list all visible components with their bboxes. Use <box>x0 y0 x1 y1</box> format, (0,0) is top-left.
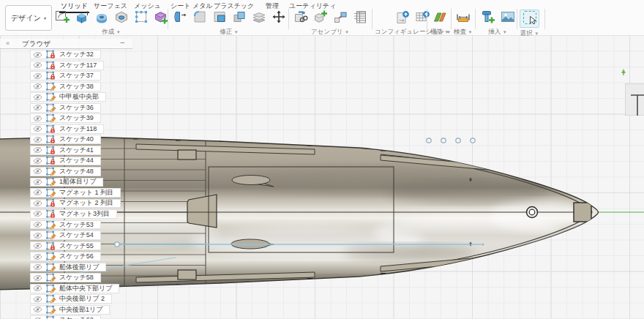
configure-table-button[interactable] <box>413 10 432 26</box>
visibility-eye-icon[interactable] <box>33 168 42 175</box>
shell-button[interactable] <box>210 10 228 26</box>
browser-minimize-button[interactable]: − <box>120 38 124 47</box>
visibility-eye-icon[interactable] <box>33 306 42 313</box>
sketch-edit-icon <box>46 263 56 272</box>
bom-button[interactable] <box>351 10 369 26</box>
viewcube-partial[interactable] <box>625 83 644 116</box>
browser-item-row[interactable]: マグネット 1 列目 <box>30 188 121 198</box>
bow-block[interactable] <box>574 203 591 222</box>
browser-item-row[interactable]: スケッチ56 <box>30 252 101 261</box>
visibility-eye-icon[interactable] <box>33 263 42 271</box>
sketch-edit-icon <box>46 188 56 198</box>
browser-item-row[interactable]: スケッチ36 <box>30 103 101 113</box>
browser-item-row[interactable]: スケッチ40 <box>30 135 101 144</box>
browser-item-label: スケッチ117 <box>59 61 97 70</box>
browser-item-row[interactable]: スケッチ58 <box>30 273 101 282</box>
visibility-eye-icon[interactable] <box>33 72 42 80</box>
press-pull-button[interactable] <box>171 10 189 26</box>
visibility-eye-icon[interactable] <box>33 210 42 217</box>
bow-ring[interactable] <box>527 207 538 218</box>
visibility-eye-icon[interactable] <box>33 136 42 143</box>
select-button[interactable] <box>520 10 539 28</box>
visibility-eye-icon[interactable] <box>33 221 42 228</box>
measure-button[interactable] <box>454 10 472 26</box>
browser-item-row[interactable]: スケッチ117 <box>30 61 104 70</box>
derive-button[interactable] <box>291 10 310 26</box>
browser-item: スケッチ36 <box>0 102 190 113</box>
browser-item-row[interactable]: スケッチ62 <box>30 315 101 318</box>
visibility-eye-icon[interactable] <box>33 179 42 186</box>
group-label-dropdown[interactable]: 構築 ▼ <box>430 28 449 37</box>
group-label-dropdown[interactable]: 選択 ▼ <box>520 29 539 38</box>
visibility-eye-icon[interactable] <box>33 51 42 59</box>
visibility-eye-icon[interactable] <box>33 146 42 154</box>
insert-image-button[interactable] <box>498 10 517 26</box>
revolve-button[interactable] <box>92 10 111 26</box>
create-sketch-button[interactable] <box>53 10 71 26</box>
sketch-edit-icon <box>46 252 56 261</box>
visibility-eye-icon[interactable] <box>33 115 42 122</box>
form-button[interactable] <box>132 10 150 26</box>
toolbar-group-5: 構築 ▼ <box>430 10 449 37</box>
browser-item-row[interactable]: スケッチ44 <box>30 157 101 166</box>
visibility-eye-icon[interactable] <box>33 61 42 69</box>
visibility-eye-icon[interactable] <box>33 253 42 260</box>
sketch-edit-icon <box>46 103 56 113</box>
design-workspace-menu[interactable]: デザイン ▾ <box>5 5 52 31</box>
browser-item-row[interactable]: 船体後部リブ <box>30 263 106 272</box>
visibility-eye-icon[interactable] <box>33 232 42 239</box>
visibility-eye-icon[interactable] <box>33 125 42 132</box>
combine-button[interactable] <box>230 10 248 26</box>
browser-collapse-icon[interactable]: « <box>6 40 10 47</box>
visibility-eye-icon[interactable] <box>33 274 42 282</box>
new-component-button[interactable] <box>311 10 329 26</box>
visibility-eye-icon[interactable] <box>33 242 42 249</box>
construct-plane-button[interactable] <box>430 10 449 26</box>
sketch-edit-icon <box>46 177 56 187</box>
visibility-eye-icon[interactable] <box>33 189 42 196</box>
group-label-dropdown[interactable]: 作成 ▼ <box>102 28 120 37</box>
browser-item-row[interactable]: マグネット3列目 <box>30 209 117 219</box>
form-icon <box>133 9 149 28</box>
visibility-eye-icon[interactable] <box>33 296 42 303</box>
browser-item-row[interactable]: スケッチ48 <box>30 167 101 176</box>
group-label-dropdown[interactable]: アセンブリ ▼ <box>311 28 349 37</box>
extrude-button[interactable] <box>72 10 91 26</box>
browser-item-row[interactable]: 中央後部1リブ <box>30 305 110 315</box>
visibility-eye-icon[interactable] <box>33 285 42 292</box>
group-label-dropdown[interactable]: 挿入 ▼ <box>488 28 506 37</box>
browser-item-row[interactable]: スケッチ118 <box>30 124 104 134</box>
browser-item-row[interactable]: 中甲板中央部 <box>30 92 106 102</box>
browser-item-row[interactable]: 船体中央下部リブ <box>30 284 119 293</box>
browser-item-row[interactable]: 中央後部リブ 2 <box>30 294 112 304</box>
fillet-button[interactable] <box>190 10 209 26</box>
browser-item-row[interactable]: スケッチ53 <box>30 220 101 230</box>
group-label-dropdown[interactable]: 修正 ▼ <box>220 28 238 37</box>
configure-document-button[interactable] <box>394 10 412 26</box>
browser-item-row[interactable]: スケッチ32 <box>30 50 101 59</box>
hole-button[interactable] <box>112 10 130 26</box>
visibility-eye-icon[interactable] <box>33 200 42 207</box>
sketch-points[interactable] <box>427 138 475 143</box>
visibility-eye-icon[interactable] <box>33 104 42 111</box>
browser-item-label: スケッチ56 <box>59 252 94 261</box>
visibility-eye-icon[interactable] <box>33 83 42 90</box>
browser-item-row[interactable]: スケッチ37 <box>30 71 101 80</box>
offset-face-button[interactable] <box>250 10 268 26</box>
visibility-eye-icon[interactable] <box>33 157 42 165</box>
browser-item-row[interactable]: スケッチ38 <box>30 82 101 91</box>
group-label-dropdown[interactable]: 検査 ▼ <box>454 28 472 37</box>
browser-item-row[interactable]: スケッチ41 <box>30 146 101 155</box>
browser-item-row[interactable]: マグネット 2 列目 <box>30 199 121 209</box>
move-button[interactable] <box>269 10 288 26</box>
visibility-eye-icon[interactable] <box>33 94 42 101</box>
browser-item-row[interactable]: スケッチ39 <box>30 113 101 123</box>
joint-button[interactable] <box>331 10 349 26</box>
insert-fastener-button[interactable] <box>479 10 497 26</box>
browser-item-row[interactable]: スケッチ55 <box>30 241 101 251</box>
toolbar-group-3: アセンブリ ▼ <box>291 10 369 37</box>
visibility-eye-icon[interactable] <box>33 317 42 319</box>
browser-item-row[interactable]: 1船体目リブ <box>30 178 103 187</box>
toolbar-group-8: 選択 ▼ <box>520 10 539 38</box>
browser-item-row[interactable]: スケッチ54 <box>30 230 101 240</box>
